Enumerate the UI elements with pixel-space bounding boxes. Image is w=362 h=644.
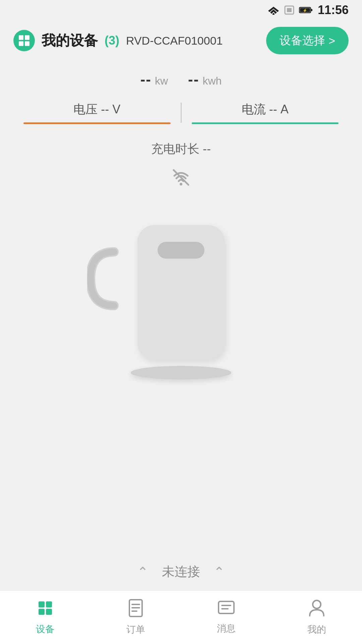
svg-rect-10 [25, 35, 29, 40]
no-wifi-icon [171, 167, 191, 187]
header: 我的设备 (3) RVD-CCAF010001 设备选择 > [0, 20, 362, 61]
svg-rect-16 [46, 601, 52, 607]
svg-rect-18 [46, 609, 52, 615]
nav-item-device[interactable]: 设备 [0, 594, 90, 641]
svg-point-2 [273, 13, 275, 15]
avatar [13, 30, 35, 51]
main-content: -- kw -- kwh 电压 -- V 电流 -- A 充电时长 -- [0, 61, 362, 379]
svg-rect-6 [311, 9, 312, 11]
order-nav-label: 订单 [126, 623, 145, 636]
message-icon-svg [217, 600, 235, 616]
charging-time: 充电时长 -- [151, 141, 211, 157]
order-icon-svg [127, 599, 144, 617]
voltage-underline [23, 122, 171, 124]
charger-screen [158, 242, 204, 259]
connection-status-text: 未连接 [162, 563, 200, 580]
device-nav-icon [37, 599, 54, 620]
device-count: (3) [105, 34, 119, 48]
power-kwh: -- kwh [188, 71, 222, 88]
power-kw-value: -- [140, 71, 152, 88]
vc-row: 电压 -- V 电流 -- A [13, 101, 349, 124]
message-nav-label: 消息 [217, 622, 236, 635]
mine-icon-svg [308, 599, 325, 617]
current-underline [192, 122, 339, 124]
charger-container [117, 212, 245, 379]
svg-rect-15 [39, 601, 45, 607]
voltage-item: 电压 -- V [13, 101, 181, 124]
svg-rect-9 [19, 35, 23, 40]
bottom-nav: 设备 订单 消息 [0, 590, 362, 644]
power-kw-unit: kw [155, 75, 168, 87]
message-nav-icon [217, 600, 235, 619]
battery-icon: ⚡ [299, 6, 313, 14]
charger-illustration [117, 212, 245, 373]
power-kwh-value: -- [188, 71, 199, 88]
device-id: RVD-CCAF010001 [126, 34, 259, 47]
chevron-left-icon: ⌃ [137, 565, 148, 579]
header-title: 我的设备 [42, 31, 98, 50]
svg-rect-17 [39, 609, 45, 615]
charger-body [137, 225, 225, 359]
nav-item-message[interactable]: 消息 [181, 595, 272, 640]
svg-point-13 [180, 183, 182, 185]
voltage-label: 电压 -- V [73, 101, 120, 118]
order-nav-icon [127, 599, 144, 620]
svg-rect-4 [287, 8, 292, 12]
svg-rect-23 [219, 601, 234, 613]
power-row: -- kw -- kwh [140, 71, 222, 88]
svg-text:⚡: ⚡ [303, 8, 307, 13]
nav-item-mine[interactable]: 我的 [272, 594, 362, 641]
charger-handle [87, 245, 121, 312]
charger-cable-svg [87, 245, 121, 312]
status-icons: ⚡ 11:56 [267, 3, 349, 17]
svg-point-26 [313, 600, 321, 608]
device-select-button[interactable]: 设备选择 > [266, 27, 349, 54]
status-bar: ⚡ 11:56 [0, 0, 362, 20]
sim-icon [284, 5, 294, 15]
chevron-right-icon: ⌃ [214, 565, 225, 579]
power-kwh-unit: kwh [202, 75, 222, 87]
no-wifi-container [171, 167, 191, 192]
current-item: 电流 -- A [182, 101, 349, 124]
current-label: 电流 -- A [242, 101, 289, 118]
mine-nav-label: 我的 [307, 623, 326, 636]
mine-nav-icon [308, 599, 325, 620]
svg-rect-11 [19, 41, 23, 46]
nav-item-order[interactable]: 订单 [90, 594, 181, 641]
svg-rect-12 [25, 41, 29, 46]
device-nav-label: 设备 [36, 623, 55, 636]
connection-status: ⌃ 未连接 ⌃ [0, 553, 362, 590]
wifi-icon [267, 5, 280, 15]
avatar-icon [17, 34, 31, 47]
power-kw: -- kw [140, 71, 168, 88]
status-time: 11:56 [318, 3, 349, 17]
device-icon-svg [37, 599, 54, 617]
